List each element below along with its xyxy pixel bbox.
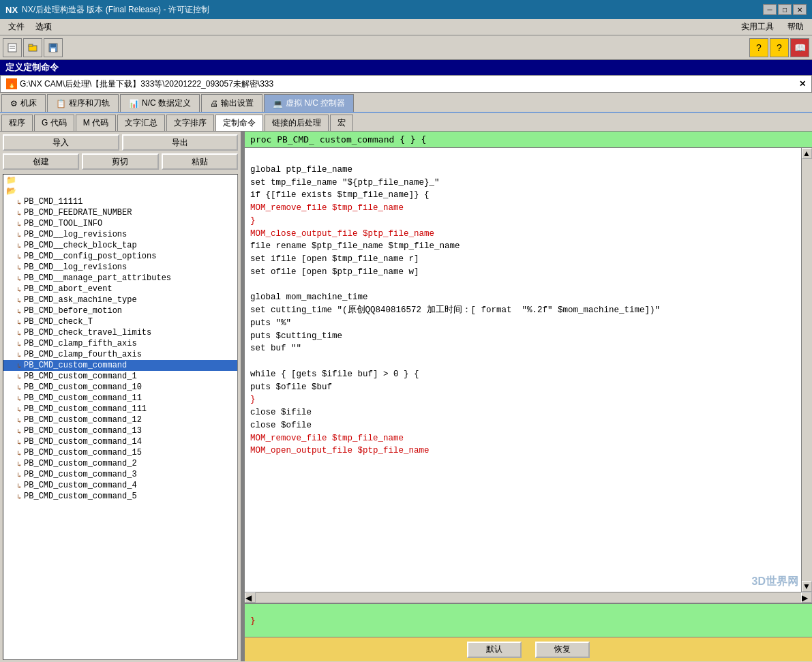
tab-nc-data[interactable]: 📊 N/C 数据定义	[120, 94, 200, 112]
tree-item[interactable]: ↳PB_CMD_custom_command_10	[3, 382, 237, 393]
tree-item[interactable]: ↳PB_CMD_check_travel_limits	[3, 327, 237, 338]
tree-item[interactable]: ↳PB_CMD__log_revisions	[3, 262, 237, 273]
tree-node-icon: ↳	[17, 395, 21, 402]
tree-node-icon: ↳	[17, 275, 21, 282]
menu-file[interactable]: 文件	[3, 20, 30, 34]
bottom-buttons: 默认 恢复	[245, 637, 812, 661]
tree-item-label: PB_CMD__log_revisions	[24, 230, 127, 239]
menu-options[interactable]: 选项	[30, 20, 57, 34]
minimize-button[interactable]: ─	[763, 4, 777, 15]
toolbar-open[interactable]	[23, 38, 42, 57]
paste-button[interactable]: 粘贴	[162, 153, 238, 170]
tree-item[interactable]: ↳PB_CMD_custom_command_1	[3, 371, 237, 382]
tree-item[interactable]: ↳PB_CMD__config_post_options	[3, 251, 237, 262]
tree-item[interactable]: ↳PB_CMD_FEEDRATE_NUMBER	[3, 207, 237, 218]
filepath-close[interactable]: ✕	[799, 79, 806, 89]
tree-item[interactable]: ↳PB_CMD__check_block_tap	[3, 240, 237, 251]
subtab-text-summary[interactable]: 文字汇总	[117, 115, 165, 131]
tree-item[interactable]: ↳PB_CMD_before_motion	[3, 305, 237, 316]
tree-item[interactable]: ↳PB_CMD_11111	[3, 196, 237, 207]
menu-help[interactable]: 帮助	[782, 20, 809, 34]
subtab-linked-post[interactable]: 链接的后处理	[265, 115, 329, 131]
close-button[interactable]: ✕	[793, 4, 807, 15]
tree-item-label: PB_CMD_clamp_fourth_axis	[24, 350, 142, 359]
horizontal-scrollbar[interactable]: ◀ ▶	[245, 592, 812, 603]
cut-button[interactable]: 剪切	[82, 153, 158, 170]
vertical-scrollbar[interactable]: ▲ ▼	[801, 148, 812, 592]
scroll-right-btn[interactable]: ▶	[801, 592, 812, 603]
tree-item[interactable]: ↳PB_CMD_custom_command_111	[3, 404, 237, 415]
subtab-program[interactable]: 程序	[1, 115, 33, 131]
tree-item[interactable]: ↳PB_CMD_custom_command_12	[3, 415, 237, 425]
code-header: proc PB_CMD_ custom_command { } {	[245, 132, 812, 148]
title-bar: NX NX/后处理构造器 版本 (Final Release) - 许可证控制 …	[0, 0, 812, 19]
content-area: 导入 导出 创建 剪切 粘贴 📁 📂↳PB_CMD_11111↳PB_CMD_F…	[0, 132, 812, 661]
tree-node-icon: ↳	[17, 297, 21, 304]
tree-node-icon: ↳	[17, 460, 21, 468]
tree-item[interactable]: ↳PB_CMD__log_revisions	[3, 229, 237, 240]
subtab-gcode[interactable]: G 代码	[34, 115, 74, 131]
tree-item[interactable]: ↳PB_CMD_clamp_fourth_axis	[3, 349, 237, 360]
tree-item[interactable]: ↳PB_CMD_custom_command_2	[3, 458, 237, 469]
tree-item-label: PB_CMD_custom_command_12	[24, 415, 142, 425]
tree-node-icon: ↳	[17, 384, 21, 391]
menu-tools[interactable]: 实用工具	[736, 20, 779, 34]
tree-area[interactable]: 📁 📂↳PB_CMD_11111↳PB_CMD_FEEDRATE_NUMBER↳…	[3, 174, 238, 660]
tab-program[interactable]: 📋 程序和刀轨	[47, 94, 119, 112]
tree-item-label: PB_CMD_FEEDRATE_NUMBER	[24, 208, 132, 217]
tree-item[interactable]: ↳PB_CMD_ask_machine_type	[3, 295, 237, 305]
program-icon: 📋	[56, 99, 66, 108]
tree-item[interactable]: ↳PB_CMD_TOOL_INFO	[3, 218, 237, 229]
tree-root-folder[interactable]: 📂	[3, 185, 237, 196]
toolbar-right: ? ? 📖	[749, 38, 809, 57]
default-button[interactable]: 默认	[467, 642, 522, 658]
tree-item[interactable]: ↳PB_CMD_custom_command	[3, 360, 237, 371]
tree-item-label: PB_CMD__manage_part_attributes	[24, 273, 171, 283]
help-btn-3[interactable]: 📖	[790, 38, 809, 57]
tree-item-label: PB_CMD_TOOL_INFO	[24, 219, 102, 228]
filepath-text: G:\NX CAM\后处理\【批量下载】333等\20201222_093057…	[20, 78, 273, 90]
subtab-macro[interactable]: 宏	[330, 115, 353, 131]
import-button[interactable]: 导入	[3, 134, 119, 151]
tab-output[interactable]: 🖨 输出设置	[201, 94, 262, 112]
help-btn-2[interactable]: ?	[770, 38, 789, 57]
tree-node-icon: ↳	[17, 231, 21, 239]
toolbar-save[interactable]	[44, 38, 63, 57]
maximize-button[interactable]: □	[778, 4, 792, 15]
tab-virtual-nc[interactable]: 💻 虚拟 N/C 控制器	[264, 94, 354, 112]
tree-item[interactable]: ↳PB_CMD_custom_command_14	[3, 436, 237, 447]
virtual-nc-icon: 💻	[273, 99, 283, 108]
tree-item[interactable]: ↳PB_CMD_clamp_fifth_axis	[3, 338, 237, 349]
tree-item[interactable]: ↳PB_CMD_custom_command_3	[3, 469, 237, 480]
tree-item-label: PB_CMD_11111	[24, 197, 82, 207]
code-area[interactable]: global ptp_file_nameset tmp_file_name "$…	[245, 148, 801, 592]
tree-item[interactable]: ↳PB_CMD_check_T	[3, 316, 237, 327]
subtab-text-order[interactable]: 文字排序	[166, 115, 214, 131]
create-button[interactable]: 创建	[3, 153, 79, 170]
bottom-code-text: }	[245, 613, 261, 629]
help-btn-1[interactable]: ?	[749, 38, 768, 57]
restore-button[interactable]: 恢复	[535, 642, 590, 658]
toolbar-new[interactable]	[3, 38, 22, 57]
tree-root[interactable]: 📁	[3, 175, 237, 185]
tree-item[interactable]: ↳PB_CMD_custom_command_13	[3, 425, 237, 436]
title-bar-controls: ─ □ ✕	[763, 4, 807, 15]
tree-item[interactable]: ↳PB_CMD_custom_command_5	[3, 491, 237, 502]
scroll-up-btn[interactable]: ▲	[802, 148, 812, 159]
tree-item-label: PB_CMD_custom_command_15	[24, 448, 142, 457]
tree-item[interactable]: ↳PB_CMD_custom_command_15	[3, 447, 237, 458]
tree-item[interactable]: ↳PB_CMD_custom_command_4	[3, 480, 237, 491]
create-cut-paste-row: 创建 剪切 粘贴	[3, 153, 238, 170]
subtab-custom-cmd[interactable]: 定制命令	[215, 115, 263, 131]
scroll-down-btn[interactable]: ▼	[802, 581, 812, 592]
tree-item[interactable]: ↳PB_CMD_abort_event	[3, 284, 237, 295]
filepath-container: 🔥 G:\NX CAM\后处理\【批量下载】333等\20201222_0930…	[6, 78, 273, 90]
tree-item[interactable]: ↳PB_CMD__manage_part_attributes	[3, 273, 237, 284]
subtab-mcode[interactable]: M 代码	[76, 115, 116, 131]
tree-item[interactable]: ↳PB_CMD_custom_command_11	[3, 393, 237, 404]
tree-item-label: PB_CMD_custom_command_3	[24, 470, 137, 479]
tab-machine[interactable]: ⚙ 机床	[1, 94, 46, 112]
export-button[interactable]: 导出	[122, 134, 239, 151]
scroll-left-btn[interactable]: ◀	[245, 592, 256, 603]
scroll-track	[802, 159, 812, 581]
